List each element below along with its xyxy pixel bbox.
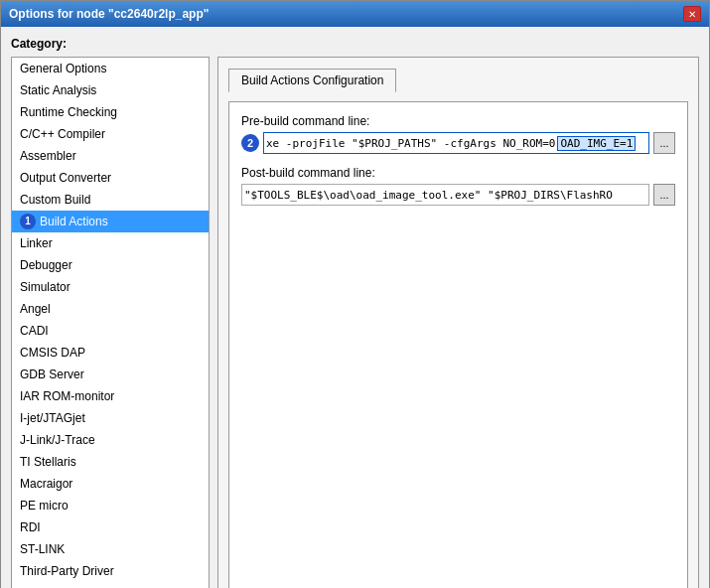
pre-build-highlighted: OAD_IMG_E=1	[557, 136, 636, 151]
main-content: General Options Static Analysis Runtime …	[11, 57, 699, 588]
sidebar-item-custom-build[interactable]: Custom Build	[12, 189, 209, 211]
sidebar-item-build-actions[interactable]: 1 Build Actions	[12, 211, 209, 232]
post-build-label: Post-build command line:	[241, 166, 675, 180]
sidebar-item-debugger[interactable]: Debugger	[12, 254, 209, 276]
sidebar-item-static-analysis[interactable]: Static Analysis	[12, 79, 209, 101]
sidebar-item-ijet-jtagjet[interactable]: I-jet/JTAGjet	[12, 407, 209, 429]
main-window: Options for node "cc2640r2lp_app" ✕ Cate…	[0, 0, 710, 588]
pre-build-group: Pre-build command line: 2 xe -projFile "…	[241, 114, 675, 154]
post-build-browse-button[interactable]: ...	[653, 184, 675, 206]
post-build-group: Post-build command line: ...	[241, 166, 675, 206]
sidebar-item-ti-stellaris[interactable]: TI Stellaris	[12, 451, 209, 473]
pre-build-browse-button[interactable]: ...	[653, 132, 675, 154]
post-build-input[interactable]	[241, 184, 649, 206]
pre-build-input-container[interactable]: xe -projFile "$PROJ_PATHS" -cfgArgs NO_R…	[263, 132, 649, 154]
pre-build-label: Pre-build command line:	[241, 114, 675, 128]
pre-build-text: xe -projFile "$PROJ_PATHS" -cfgArgs NO_R…	[264, 137, 557, 150]
sidebar-item-assembler[interactable]: Assembler	[12, 145, 209, 167]
sidebar-item-jlink-jtrace[interactable]: J-Link/J-Trace	[12, 429, 209, 451]
right-panel: Build Actions Configuration Pre-build co…	[217, 57, 699, 588]
sidebar-item-third-party-driver[interactable]: Third-Party Driver	[12, 560, 209, 582]
tab-bar: Build Actions Configuration	[228, 68, 688, 91]
window-body: Category: General Options Static Analysi…	[1, 27, 709, 588]
sidebar-item-ti-msp-fet[interactable]: TI MSP-FET	[12, 582, 209, 588]
sidebar-item-runtime-checking[interactable]: Runtime Checking	[12, 101, 209, 123]
tab-content: Pre-build command line: 2 xe -projFile "…	[228, 101, 688, 588]
sidebar-item-cmsis-dap[interactable]: CMSIS DAP	[12, 342, 209, 364]
pre-build-input-row: 2 xe -projFile "$PROJ_PATHS" -cfgArgs NO…	[241, 132, 675, 154]
sidebar-item-cadi[interactable]: CADI	[12, 320, 209, 342]
sidebar-item-cpp-compiler[interactable]: C/C++ Compiler	[12, 123, 209, 145]
sidebar-item-general-options[interactable]: General Options	[12, 58, 209, 79]
sidebar-item-linker[interactable]: Linker	[12, 232, 209, 254]
sidebar: General Options Static Analysis Runtime …	[11, 57, 210, 588]
sidebar-item-st-link[interactable]: ST-LINK	[12, 538, 209, 560]
window-title: Options for node "cc2640r2lp_app"	[9, 7, 209, 21]
sidebar-item-gdb-server[interactable]: GDB Server	[12, 364, 209, 385]
sidebar-item-pe-micro[interactable]: PE micro	[12, 495, 209, 516]
step2-badge: 2	[241, 134, 259, 152]
title-controls: ✕	[683, 6, 701, 22]
tab-build-actions-configuration[interactable]: Build Actions Configuration	[228, 69, 396, 92]
sidebar-item-angel[interactable]: Angel	[12, 298, 209, 320]
numbered-badge: 1	[20, 214, 36, 229]
sidebar-item-output-converter[interactable]: Output Converter	[12, 167, 209, 189]
title-bar: Options for node "cc2640r2lp_app" ✕	[1, 1, 709, 27]
category-label: Category:	[11, 37, 699, 51]
sidebar-item-macraigor[interactable]: Macraigor	[12, 473, 209, 495]
close-button[interactable]: ✕	[683, 6, 701, 22]
post-build-input-row: ...	[241, 184, 675, 206]
sidebar-item-rdi[interactable]: RDI	[12, 516, 209, 538]
sidebar-item-iar-rom-monitor[interactable]: IAR ROM-monitor	[12, 385, 209, 407]
sidebar-item-simulator[interactable]: Simulator	[12, 276, 209, 298]
